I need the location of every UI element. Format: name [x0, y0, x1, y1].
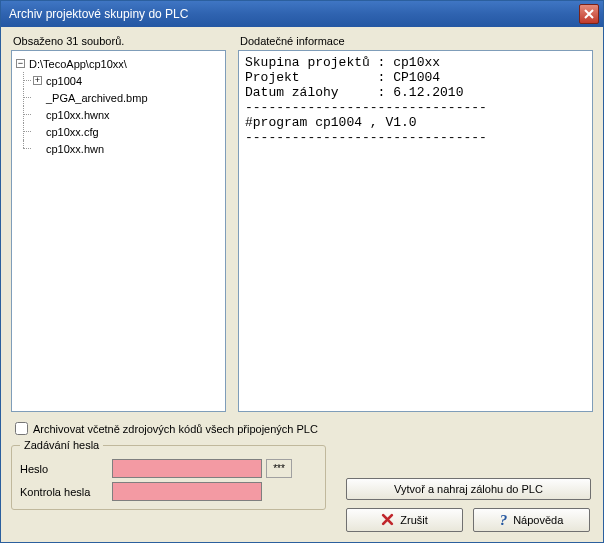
info-panel: Skupina projektů : cp10xx Projekt : CP10…	[238, 50, 593, 412]
create-upload-label: Vytvoř a nahraj zálohu do PLC	[394, 483, 543, 495]
password-mask-indicator: ***	[266, 459, 292, 478]
cancel-button[interactable]: Zrušit	[346, 508, 463, 532]
password-input[interactable]	[112, 459, 262, 478]
tree-node-label: _PGA_archived.bmp	[46, 92, 148, 104]
close-button[interactable]	[579, 4, 599, 24]
close-icon	[584, 9, 594, 19]
help-icon: ?	[500, 512, 508, 529]
tree-node-label: cp10xx.hwnx	[46, 109, 110, 121]
file-tree[interactable]: −D:\TecoApp\cp10xx\ +cp1004_PGA_archived…	[11, 50, 226, 412]
password-confirm-label: Kontrola hesla	[20, 486, 108, 498]
archive-sources-label: Archivovat včetně zdrojových kódů všech …	[33, 423, 318, 435]
tree-node[interactable]: _PGA_archived.bmp	[33, 89, 223, 106]
tree-node[interactable]: cp10xx.hwn	[33, 140, 223, 157]
tree-node[interactable]: cp10xx.hwnx	[33, 106, 223, 123]
password-legend: Zadávání hesla	[20, 439, 103, 451]
tree-expander[interactable]: −	[16, 59, 25, 68]
help-label: Nápověda	[513, 514, 563, 526]
cancel-label: Zrušit	[400, 514, 428, 526]
tree-node-label: cp1004	[46, 75, 82, 87]
tree-expander[interactable]: +	[33, 76, 42, 85]
info-header: Dodatečné informace	[240, 35, 593, 47]
tree-node-label: cp10xx.hwn	[46, 144, 104, 156]
tree-node[interactable]: +cp1004	[33, 72, 223, 89]
title-bar: Archiv projektové skupiny do PLC	[1, 1, 603, 27]
password-fieldset: Zadávání hesla Heslo *** Kontrola hesla	[11, 439, 326, 510]
create-upload-button[interactable]: Vytvoř a nahraj zálohu do PLC	[346, 478, 591, 500]
tree-node[interactable]: cp10xx.cfg	[33, 123, 223, 140]
password-label: Heslo	[20, 463, 108, 475]
files-count-label: Obsaženo 31 souborů.	[13, 35, 226, 47]
cancel-icon	[381, 513, 394, 528]
help-button[interactable]: ? Nápověda	[473, 508, 590, 532]
archive-sources-checkbox[interactable]	[15, 422, 28, 435]
tree-root-label[interactable]: D:\TecoApp\cp10xx\	[29, 58, 127, 70]
tree-node-label: cp10xx.cfg	[46, 126, 99, 138]
window-title: Archiv projektové skupiny do PLC	[9, 7, 579, 21]
password-confirm-input[interactable]	[112, 482, 262, 501]
